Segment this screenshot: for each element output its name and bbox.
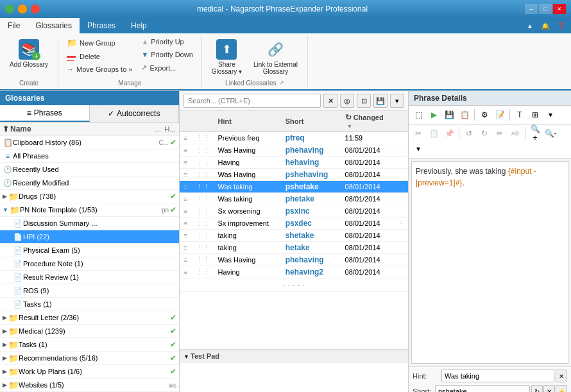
tree-item-physical[interactable]: 📄 Physical Exam (5) — [0, 244, 179, 257]
table-row[interactable]: ≡ ⋮⋮ Was Having phehaving 08/01/2014 — [180, 144, 408, 157]
more-view-button[interactable]: ⊞ — [528, 108, 542, 122]
paste-button[interactable]: 📌 — [442, 126, 456, 141]
table-row[interactable]: ≡ ⋮⋮ Was taking pshetake 08/01/2014 — [180, 181, 408, 193]
table-row[interactable]: ≡ ⋮⋮ Having hehaving2 08/01/2014 — [180, 266, 408, 278]
tab-phrases[interactable]: Phrases — [80, 18, 123, 33]
short-label: Short: — [413, 388, 435, 392]
add-glossary-button[interactable]: 📚 + Add Glossary — [5, 36, 53, 71]
link-external-button[interactable]: 🔗 Link to ExternalGlossary — [249, 36, 302, 78]
zoom-out-button[interactable]: 🔍- — [543, 126, 558, 141]
tree-item-hpi[interactable]: 📄 HPI (22) ⋮⋮ — [0, 230, 179, 244]
row-hint: taking — [214, 230, 281, 242]
delete-button[interactable]: — Delete — [64, 51, 135, 62]
minimize-button[interactable]: ─ — [525, 4, 538, 14]
test-pad-input[interactable] — [180, 362, 408, 392]
tree-item-all-phrases[interactable]: ≡ All Phrases — [0, 149, 179, 163]
tab-help[interactable]: Help — [123, 18, 155, 33]
col-header-icon — [180, 111, 192, 132]
tree-item-workup[interactable]: ▶ 📁 Work Up Plans (1/6) ✔ — [0, 365, 179, 379]
tree-item-recommendations[interactable]: ▶ 📁 Recommendations (5/16) ✔ — [0, 352, 179, 365]
tree-item-pn-note[interactable]: ▼ 📁 PN Note Template (1/53) pn ✔ — [0, 203, 179, 217]
short-input[interactable] — [435, 385, 530, 392]
cut-button[interactable]: ✂ — [411, 126, 425, 141]
priority-up-button[interactable]: ▲ Priority Up — [138, 36, 196, 47]
copy-button[interactable]: 📋 — [427, 126, 441, 141]
tree-item-tasks-root[interactable]: ▶ 📁 Tasks (1) ✔ — [0, 338, 179, 352]
tree-item-result-letter[interactable]: ▶ 📁 Result Letter (2/36) ✔ — [0, 311, 179, 325]
row-type-icon: ≡ — [180, 205, 192, 217]
table-row[interactable]: ≡ ⋮⋮ Was Having pshehaving 08/01/2014 — [180, 169, 408, 181]
tree-item-clipboard[interactable]: 📋 Clipboard History (86) C... ✔ — [0, 136, 179, 149]
move-groups-button[interactable]: → Move Groups to » — [64, 64, 135, 75]
search-clear-button[interactable]: ✕ — [323, 94, 337, 108]
tab-autocorrects[interactable]: ✓ Autocorrects — [90, 105, 180, 122]
save-button[interactable]: 💾 — [442, 108, 456, 122]
view-dropdown-button[interactable]: ▾ — [543, 108, 558, 122]
row-hint: taking — [214, 242, 281, 254]
save-as-button[interactable]: 📋 — [457, 108, 472, 122]
phrase-toolbar-top: ⬚ ▶ 💾 📋 ⚙ 📝 T ⊞ ▾ — [409, 106, 571, 124]
more-format-button[interactable]: ▾ — [411, 142, 425, 156]
row-short: hetake — [282, 242, 341, 254]
expand-button[interactable]: ⬚ — [411, 108, 425, 122]
tree-item-tasks-sub[interactable]: 📄 Tasks (1) — [0, 298, 179, 311]
tab-glossaries[interactable]: Glossaries — [28, 18, 80, 33]
short-refresh-button[interactable]: ↻ — [531, 385, 543, 392]
glossary-tree: 📋 Clipboard History (86) C... ✔ ≡ All Ph… — [0, 136, 179, 392]
workup-check: ✔ — [170, 367, 176, 376]
tab-phrases-list[interactable]: ≡ Phrases — [0, 105, 90, 122]
hint-input[interactable] — [441, 370, 554, 382]
short-lightning-button[interactable]: ⚡ — [556, 385, 567, 392]
hint-clear-button[interactable]: ✕ — [556, 370, 567, 382]
export-button[interactable]: ↗ Export... — [138, 62, 196, 74]
search-input[interactable] — [183, 94, 321, 108]
tree-item-medical[interactable]: ▶ 📁 Medical (1239) ✔ — [0, 325, 179, 338]
macro-button[interactable]: 📝 — [493, 108, 507, 122]
tree-item-discussion[interactable]: 📄 Discussion Summary ... — [0, 217, 179, 230]
col-header-short[interactable]: Short — [282, 111, 341, 132]
table-row[interactable]: ≡ ⋮⋮ Previous freq pfreq 11:59 — [180, 132, 408, 144]
sort-name-icon: ⬆ — [3, 124, 9, 133]
table-row[interactable]: ≡ ⋮⋮ Having hehaving 08/01/2014 — [180, 157, 408, 169]
table-row[interactable]: ≡ ⋮⋮ taking hetake 08/01/2014 — [180, 242, 408, 254]
table-row[interactable]: ≡ ⋮⋮ Sx worsening psxinc 08/01/2014 — [180, 205, 408, 217]
text-view-button[interactable]: T — [513, 108, 527, 122]
maximize-button[interactable]: □ — [539, 4, 552, 14]
share-glossary-button[interactable]: ⬆ ShareGlossary ▾ — [207, 36, 246, 78]
undo-button[interactable]: ↺ — [462, 126, 476, 141]
col-header-hint[interactable]: Hint — [214, 111, 281, 132]
play-button[interactable]: ▶ — [427, 108, 441, 122]
search-filter-button[interactable]: ⊡ — [357, 94, 371, 108]
tree-item-ros[interactable]: 📄 ROS (9) — [0, 284, 179, 298]
draw-button[interactable]: ✏ — [493, 126, 507, 141]
tree-item-recently-modified[interactable]: 🕐 Recently Modified — [0, 176, 179, 190]
tree-item-websites[interactable]: ▶ 📁 Websites (1/5) ws — [0, 379, 179, 392]
ribbon-up-button[interactable]: ▲ — [524, 20, 536, 31]
drugs-expand: ▶ — [3, 193, 7, 200]
toolbar-sep-1 — [474, 109, 475, 121]
table-row[interactable]: ≡ ⋮⋮ taking shetake 08/01/2014 — [180, 230, 408, 242]
table-row[interactable]: ≡ ⋮⋮ Sx improvement psxdec 08/01/2014 ⋮ — [180, 217, 408, 230]
test-pad-header[interactable]: ▾ Test Pad — [180, 350, 408, 362]
close-button[interactable]: ✕ — [553, 4, 566, 14]
short-clear-button[interactable]: ✕ — [543, 385, 555, 392]
zoom-in-button[interactable]: 🔍+ — [528, 126, 542, 141]
tree-item-recently-used[interactable]: 🕐 Recently Used — [0, 163, 179, 176]
search-target-button[interactable]: ◎ — [340, 94, 354, 108]
redo-button[interactable]: ↻ — [477, 126, 491, 141]
ab-button[interactable]: AB — [508, 126, 522, 141]
col-header-changed[interactable]: ↻ Changed ▼ — [341, 111, 394, 132]
search-save-button[interactable]: 💾 — [373, 94, 388, 108]
tree-item-procedure[interactable]: 📄 Procedure Note (1) — [0, 257, 179, 271]
ribbon-bell-button[interactable]: 🔔 — [539, 20, 552, 31]
priority-down-button[interactable]: ▼ Priority Down — [138, 49, 196, 60]
settings-button[interactable]: ⚙ — [477, 108, 491, 122]
search-dropdown-button[interactable]: ▾ — [390, 94, 404, 108]
tree-item-drugs[interactable]: ▶ 📁 Drugs (738) ✔ — [0, 190, 179, 203]
table-row[interactable]: ≡ ⋮⋮ Was Having phehaving 08/01/2014 — [180, 254, 408, 266]
new-group-button[interactable]: 📁 New Group — [64, 36, 135, 49]
ribbon-help-button[interactable]: ❓ — [554, 20, 567, 31]
table-row[interactable]: ≡ ⋮⋮ Was taking phetake 08/01/2014 — [180, 193, 408, 205]
tree-item-result-review[interactable]: 📄 Result Review (1) — [0, 271, 179, 284]
tab-file[interactable]: File — [0, 18, 28, 33]
